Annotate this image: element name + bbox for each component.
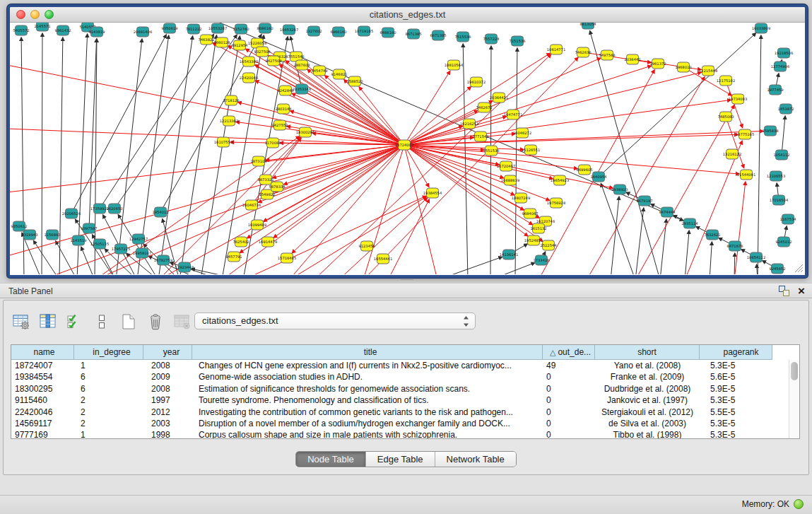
table-cell[interactable]: Dudbridge et al. (2008) — [595, 383, 700, 395]
network-node[interactable]: 13216122 — [723, 149, 741, 159]
network-edge[interactable] — [734, 182, 746, 274]
table-selector-dropdown[interactable]: citations_edges.txt — [194, 313, 476, 329]
network-node[interactable]: 8454749 — [311, 66, 327, 76]
network-node[interactable]: 19610372 — [467, 77, 486, 87]
network-node[interactable]: 2935114 — [681, 218, 698, 228]
network-node[interactable]: 7632621 — [704, 230, 720, 240]
table-cell[interactable]: 22420046 — [11, 407, 74, 418]
network-edge[interactable] — [292, 145, 404, 253]
table-cell[interactable]: 0 — [543, 395, 595, 406]
table-cell[interactable]: Disruption of a novel member of a sodium… — [192, 418, 543, 429]
network-node[interactable]: 1327602 — [305, 26, 322, 36]
network-node[interactable]: 20691406 — [134, 27, 152, 37]
network-node[interactable]: 1640954 — [590, 172, 607, 182]
network-node[interactable]: 9143819 — [88, 27, 105, 37]
table-cell[interactable]: Yano et al. (2008) — [595, 360, 700, 371]
table-cell[interactable]: Jankovic et al. (1997) — [595, 395, 700, 406]
network-node[interactable]: 6966160 — [330, 27, 346, 37]
network-node[interactable]: 16554441 — [374, 254, 392, 264]
table-cell[interactable]: 2 — [74, 407, 143, 418]
network-node[interactable]: 9327508 — [254, 47, 270, 57]
network-edge[interactable] — [601, 183, 635, 274]
table-row[interactable]: 2242004622012Investigating the contribut… — [11, 407, 788, 418]
network-node[interactable]: 8660128 — [213, 37, 230, 47]
network-node[interactable]: 2036442 — [624, 54, 640, 64]
network-node[interactable]: 19384554 — [423, 188, 442, 198]
table-cell[interactable]: 0 — [543, 429, 595, 438]
table-cell[interactable]: Tourette syndrome. Phenomenology and cla… — [192, 395, 543, 406]
table-cell[interactable]: 9115460 — [11, 395, 74, 406]
network-node[interactable]: 8938923 — [611, 185, 628, 194]
network-node[interactable]: 15716485 — [278, 253, 296, 263]
table-cell[interactable]: Genome-wide association studies in ADHD. — [192, 371, 543, 382]
network-node[interactable]: 9684067 — [522, 209, 538, 218]
network-node[interactable]: 1873103 — [250, 156, 266, 166]
network-edge[interactable] — [56, 241, 77, 274]
network-node[interactable]: 2718126 — [223, 95, 239, 105]
network-node[interactable]: 7151536 — [509, 36, 525, 46]
row-height-icon[interactable] — [91, 311, 112, 332]
network-edge[interactable] — [437, 257, 502, 274]
table-cell[interactable]: 2003 — [143, 418, 192, 429]
tab-edge-table[interactable]: Edge Table — [366, 452, 435, 467]
column-header-pagerank[interactable]: pagerank — [700, 345, 772, 360]
column-visibility-icon[interactable] — [37, 311, 59, 332]
network-node[interactable]: 19218506 — [775, 48, 793, 58]
network-node[interactable]: 2803144 — [275, 104, 292, 114]
table-cell[interactable]: 5.3E-5 — [700, 429, 772, 438]
network-node[interactable]: 2522544 — [540, 240, 557, 250]
network-node[interactable]: 17016504 — [770, 195, 789, 205]
table-cell[interactable]: 49 — [543, 360, 595, 371]
network-node[interactable]: 8686160 — [257, 23, 273, 33]
table-cell[interactable]: Tibbo et al. (1998) — [595, 429, 700, 438]
table-cell[interactable]: 9777169 — [11, 429, 74, 438]
table-row[interactable]: 1938455462009Genome-wide association stu… — [11, 371, 788, 382]
network-node[interactable]: 8912954 — [231, 40, 248, 50]
network-node[interactable]: 15126551 — [522, 145, 540, 155]
table-row[interactable]: 911546021997Tourette syndrome. Phenomeno… — [11, 395, 788, 406]
tab-network-table[interactable]: Network Table — [435, 452, 516, 467]
network-edge[interactable] — [404, 145, 739, 174]
network-node[interactable]: 1156863 — [44, 230, 60, 240]
network-edge[interactable] — [710, 242, 712, 274]
network-node[interactable]: 1054112 — [773, 150, 789, 160]
table-cell[interactable]: 14569117 — [11, 418, 74, 429]
network-node[interactable]: 2867608 — [293, 60, 310, 70]
table-scrollbar[interactable] — [789, 360, 799, 438]
network-node[interactable]: 9397587 — [81, 223, 97, 233]
network-edge[interactable] — [490, 263, 535, 274]
network-node[interactable]: 9245012 — [775, 237, 792, 247]
table-cell[interactable]: 1 — [74, 429, 143, 438]
network-node[interactable]: 10653287 — [280, 25, 298, 35]
table-cell[interactable]: Franke et al. (2009) — [595, 371, 700, 382]
table-cell[interactable]: 0 — [543, 371, 595, 382]
network-node[interactable]: 1595838 — [762, 126, 778, 136]
table-cell[interactable]: 5.6E-5 — [700, 371, 772, 382]
network-node[interactable]: 2620650 — [106, 204, 122, 214]
table-cell[interactable]: 18724007 — [11, 360, 74, 371]
network-node[interactable]: 1961372 — [649, 59, 666, 69]
network-node[interactable]: 9457791 — [225, 252, 242, 262]
table-cell[interactable]: 1 — [74, 360, 143, 371]
network-node[interactable]: 1954012 — [152, 207, 168, 217]
network-node[interactable]: 7462672 — [476, 103, 492, 112]
network-node[interactable]: 11544091 — [737, 170, 755, 180]
network-node[interactable]: 12774906 — [771, 62, 789, 71]
network-node[interactable]: 8671385 — [405, 29, 421, 39]
table-row[interactable]: 1830029562008Estimation of significance … — [11, 383, 788, 395]
create-column-icon[interactable] — [118, 311, 139, 332]
network-node[interactable]: 7771542 — [472, 132, 488, 141]
select-columns-icon[interactable] — [64, 311, 86, 332]
network-node[interactable]: 16107553 — [214, 137, 233, 147]
column-header-name[interactable]: name — [11, 345, 74, 360]
network-edge[interactable] — [611, 197, 619, 274]
network-node[interactable]: 2145571 — [34, 23, 50, 31]
network-node[interactable]: 18807249 — [512, 193, 530, 203]
float-panel-icon[interactable] — [779, 286, 789, 296]
table-cell[interactable]: 5.3E-5 — [700, 360, 772, 371]
table-cell[interactable]: Changes of HCN gene expression and I(f) … — [192, 360, 543, 371]
column-header-year[interactable]: year — [143, 345, 192, 360]
network-edge[interactable] — [59, 37, 63, 274]
network-node[interactable]: 9123454 — [358, 241, 375, 251]
network-node[interactable]: 12942757 — [129, 234, 148, 244]
